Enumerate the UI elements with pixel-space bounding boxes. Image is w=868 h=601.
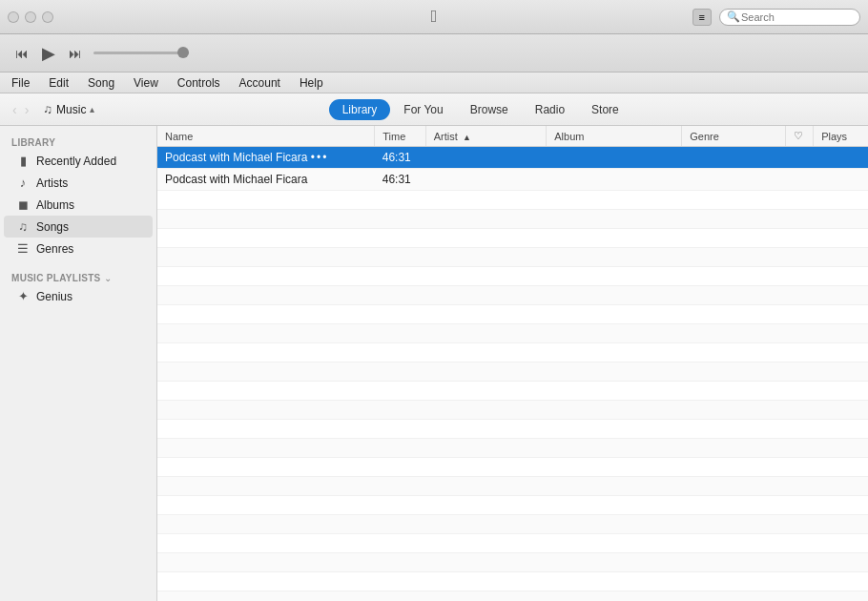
song-table: Name Time Artist ▲ Album Genre ♡ Plays P… xyxy=(157,126,868,601)
table-row[interactable] xyxy=(157,439,868,458)
maximize-button[interactable] xyxy=(25,11,36,23)
playlists-section: Music Playlists ⌄ ✦ Genius xyxy=(0,269,156,307)
rewind-button[interactable]: ⏮ xyxy=(11,44,32,63)
menu-icon-button[interactable]: ≡ xyxy=(692,9,712,26)
menu-icon: ≡ xyxy=(699,11,705,23)
table-row[interactable] xyxy=(157,458,868,477)
song-artist-cell xyxy=(425,169,546,191)
menu-account[interactable]: Account xyxy=(232,74,288,92)
sidebar-item-albums[interactable]: ◼ Albums xyxy=(4,194,153,216)
tab-radio[interactable]: Radio xyxy=(522,99,578,120)
tab-store[interactable]: Store xyxy=(578,99,632,120)
col-header-heart[interactable]: ♡ xyxy=(785,126,814,147)
table-row[interactable] xyxy=(157,572,868,591)
songs-label: Songs xyxy=(36,220,69,234)
table-row[interactable] xyxy=(157,305,868,324)
table-header: Name Time Artist ▲ Album Genre ♡ Plays xyxy=(157,126,868,147)
menu-controls[interactable]: Controls xyxy=(170,74,228,92)
artists-icon: ♪ xyxy=(15,176,31,190)
table-row[interactable] xyxy=(157,248,868,267)
albums-icon: ◼ xyxy=(15,197,31,212)
location-dropdown-icon[interactable]: ▴ xyxy=(90,104,94,114)
table-row[interactable] xyxy=(157,553,868,572)
song-heart-cell xyxy=(785,169,814,191)
menu-help[interactable]: Help xyxy=(292,74,331,92)
menu-view[interactable]: View xyxy=(126,74,166,92)
song-genre-cell xyxy=(682,147,785,169)
table-row[interactable] xyxy=(157,401,868,420)
tab-for-you[interactable]: For You xyxy=(390,99,456,120)
song-time-cell: 46:31 xyxy=(375,169,426,191)
song-time-cell: 46:31 xyxy=(375,147,426,169)
nav-tabs: Library For You Browse Radio Store xyxy=(329,99,632,120)
sidebar-item-artists[interactable]: ♪ Artists xyxy=(4,172,153,194)
fast-forward-icon: ⏭ xyxy=(69,46,82,61)
song-album-cell xyxy=(547,169,682,191)
table-row[interactable]: Podcast with Michael Ficara ••• 46:31 xyxy=(157,147,868,169)
nav-bar: ‹ › ♫ Music ▴ Library For You Browse Rad… xyxy=(0,93,868,126)
transport-bar: ⏮ ▶ ⏭ xyxy=(0,34,868,73)
genres-icon: ☰ xyxy=(15,241,31,256)
table-row[interactable] xyxy=(157,267,868,286)
search-input[interactable] xyxy=(719,9,860,26)
col-header-name[interactable]: Name xyxy=(157,126,375,147)
song-artist-cell xyxy=(425,147,546,169)
search-wrapper: 🔍 xyxy=(719,9,860,26)
sidebar-item-recently-added[interactable]: ▮ Recently Added xyxy=(4,150,153,172)
title-bar-center:  xyxy=(431,7,438,27)
menu-song[interactable]: Song xyxy=(80,74,122,92)
table-row[interactable] xyxy=(157,534,868,553)
main-layout: Library ▮ Recently Added ♪ Artists ◼ Alb… xyxy=(0,126,868,601)
table-row[interactable] xyxy=(157,477,868,496)
col-header-genre[interactable]: Genre xyxy=(682,126,785,147)
tab-browse[interactable]: Browse xyxy=(457,99,522,120)
table-row[interactable] xyxy=(157,496,868,515)
progress-bar[interactable] xyxy=(93,52,189,54)
table-body: Podcast with Michael Ficara ••• 46:31 Po… xyxy=(157,147,868,602)
table-row[interactable] xyxy=(157,191,868,210)
col-header-time[interactable]: Time xyxy=(375,126,426,147)
table-row[interactable] xyxy=(157,591,868,602)
songs-icon: ♫ xyxy=(15,219,31,234)
table-row[interactable] xyxy=(157,382,868,401)
nav-arrows: ‹ › xyxy=(10,102,31,117)
table-row[interactable] xyxy=(157,324,868,343)
genres-label: Genres xyxy=(36,242,73,256)
song-genre-cell xyxy=(682,169,785,191)
playlists-chevron-icon[interactable]: ⌄ xyxy=(104,273,112,283)
menu-edit[interactable]: Edit xyxy=(41,74,76,92)
play-icon: ▶ xyxy=(42,44,55,63)
sidebar-item-genius[interactable]: ✦ Genius xyxy=(4,285,153,307)
genius-icon: ✦ xyxy=(15,289,31,303)
table-row[interactable] xyxy=(157,343,868,363)
back-button[interactable]: ‹ xyxy=(10,102,20,117)
table-row[interactable] xyxy=(157,286,868,305)
playlists-section-header-label: Music Playlists xyxy=(11,273,101,283)
title-bar:  ≡ 🔍 xyxy=(0,0,868,34)
col-header-album[interactable]: Album xyxy=(547,126,682,147)
play-button[interactable]: ▶ xyxy=(38,41,59,66)
table-row[interactable] xyxy=(157,229,868,248)
apple-logo:  xyxy=(431,7,438,26)
menu-file[interactable]: File xyxy=(4,74,37,92)
table-row[interactable] xyxy=(157,210,868,229)
minimize-button[interactable] xyxy=(8,11,19,23)
song-album-cell xyxy=(547,147,682,169)
rewind-icon: ⏮ xyxy=(15,46,29,61)
table-row[interactable] xyxy=(157,420,868,439)
sidebar-item-genres[interactable]: ☰ Genres xyxy=(4,238,153,259)
location-label: Music xyxy=(56,103,86,116)
col-header-plays[interactable]: Plays xyxy=(814,126,868,147)
table-row[interactable] xyxy=(157,363,868,382)
tab-library[interactable]: Library xyxy=(329,99,391,120)
table-row[interactable] xyxy=(157,515,868,534)
progress-thumb[interactable] xyxy=(177,47,189,58)
sidebar-item-songs[interactable]: ♫ Songs xyxy=(4,216,153,238)
transport-controls: ⏮ ▶ ⏭ xyxy=(11,41,86,66)
fast-forward-button[interactable]: ⏭ xyxy=(65,44,86,63)
col-header-artist[interactable]: Artist ▲ xyxy=(425,126,546,147)
forward-button[interactable]: › xyxy=(22,102,32,117)
albums-label: Albums xyxy=(36,198,74,212)
close-button[interactable] xyxy=(42,11,53,23)
table-row[interactable]: Podcast with Michael Ficara 46:31 xyxy=(157,169,868,191)
